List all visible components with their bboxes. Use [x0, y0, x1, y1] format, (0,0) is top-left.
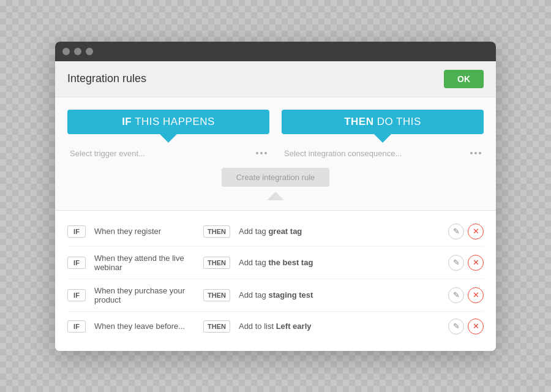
dot6 — [479, 152, 481, 154]
rules-list: IF When they register THEN Add tag great… — [55, 211, 496, 351]
then-placeholder[interactable]: Select integration consequence... — [284, 149, 402, 158]
edit-rule-button[interactable] — [448, 224, 464, 239]
rule-action: Add tag staging test — [239, 290, 440, 300]
titlebar — [55, 42, 496, 61]
rule-item: IF When they leave before... THEN Add to… — [67, 312, 484, 341]
rule-builder: IF THIS HAPPENS Select trigger event... … — [55, 97, 496, 211]
then-header: THEN DO THIS — [282, 110, 484, 134]
rule-condition: When they register — [94, 227, 195, 236]
rule-action-buttons — [448, 255, 484, 271]
edit-rule-button[interactable] — [448, 255, 464, 271]
rule-action-bold: Left early — [276, 322, 312, 331]
if-tag: IF — [67, 225, 86, 238]
rule-action-buttons — [448, 224, 484, 239]
rule-condition: When they purchase your product — [94, 286, 195, 304]
close-icon — [473, 322, 479, 331]
dot5 — [474, 152, 477, 154]
window-header: Integration rules OK — [55, 61, 496, 97]
ok-button[interactable]: OK — [444, 70, 484, 88]
then-tag: THEN — [203, 289, 230, 301]
if-label-rest: THIS HAPPENS — [132, 116, 215, 127]
create-btn-row: Create integration rule — [67, 162, 484, 192]
then-block: THEN DO THIS Select integration conseque… — [282, 110, 484, 162]
traffic-light-maximize[interactable] — [86, 48, 93, 55]
main-window: Integration rules OK IF THIS HAPPENS Sel… — [55, 42, 496, 351]
if-block: IF THIS HAPPENS Select trigger event... — [67, 110, 269, 162]
then-tag: THEN — [203, 320, 230, 333]
delete-rule-button[interactable] — [468, 224, 484, 239]
then-dots-menu[interactable] — [470, 152, 481, 154]
rule-action-bold: great tag — [268, 227, 302, 236]
condition-row: IF THIS HAPPENS Select trigger event... … — [67, 110, 484, 162]
delete-rule-button[interactable] — [468, 287, 484, 303]
pencil-icon — [453, 290, 460, 300]
then-label-rest: DO THIS — [373, 116, 421, 127]
edit-rule-button[interactable] — [448, 318, 464, 334]
pencil-icon — [453, 258, 460, 267]
if-tag: IF — [67, 289, 86, 301]
if-tag: IF — [67, 320, 86, 333]
close-icon — [473, 290, 479, 300]
dot1 — [256, 152, 258, 154]
create-integration-rule-button[interactable]: Create integration rule — [222, 168, 330, 187]
delete-rule-button[interactable] — [468, 255, 484, 271]
then-arrow — [374, 134, 391, 143]
traffic-light-minimize[interactable] — [74, 48, 81, 55]
traffic-light-close[interactable] — [62, 48, 70, 55]
page-title: Integration rules — [67, 72, 146, 85]
if-tag: IF — [67, 257, 86, 269]
then-tag: THEN — [203, 225, 230, 238]
rule-action: Add tag the best tag — [239, 258, 440, 267]
rule-action: Add to list Left early — [239, 322, 440, 331]
then-keyword: THEN — [344, 116, 373, 127]
if-dots-menu[interactable] — [256, 152, 267, 154]
rule-condition: When they leave before... — [94, 322, 195, 331]
rule-action-buttons — [448, 318, 484, 334]
edit-rule-button[interactable] — [448, 287, 464, 303]
dot4 — [470, 152, 473, 154]
pencil-icon — [453, 227, 460, 236]
if-keyword: IF — [122, 116, 132, 127]
dot2 — [260, 152, 263, 154]
close-icon — [473, 258, 479, 267]
then-tag: THEN — [203, 257, 230, 269]
close-icon — [473, 227, 479, 236]
rule-action-bold: the best tag — [268, 258, 313, 267]
if-header: IF THIS HAPPENS — [67, 110, 269, 134]
delete-rule-button[interactable] — [468, 318, 484, 334]
if-arrow — [160, 134, 177, 143]
dot3 — [264, 152, 267, 154]
if-select-row: Select trigger event... — [67, 143, 269, 162]
rule-action-bold: staging test — [268, 290, 313, 300]
create-arrow-up — [267, 192, 284, 200]
rule-action-buttons — [448, 287, 484, 303]
rule-action: Add tag great tag — [239, 227, 440, 236]
if-placeholder[interactable]: Select trigger event... — [70, 149, 145, 158]
rule-item: IF When they register THEN Add tag great… — [67, 217, 484, 247]
rule-condition: When they attend the live webinar — [94, 254, 195, 272]
then-select-row: Select integration consequence... — [282, 143, 484, 162]
rule-item: IF When they attend the live webinar THE… — [67, 247, 484, 279]
pencil-icon — [453, 322, 460, 331]
rule-item: IF When they purchase your product THEN … — [67, 279, 484, 312]
